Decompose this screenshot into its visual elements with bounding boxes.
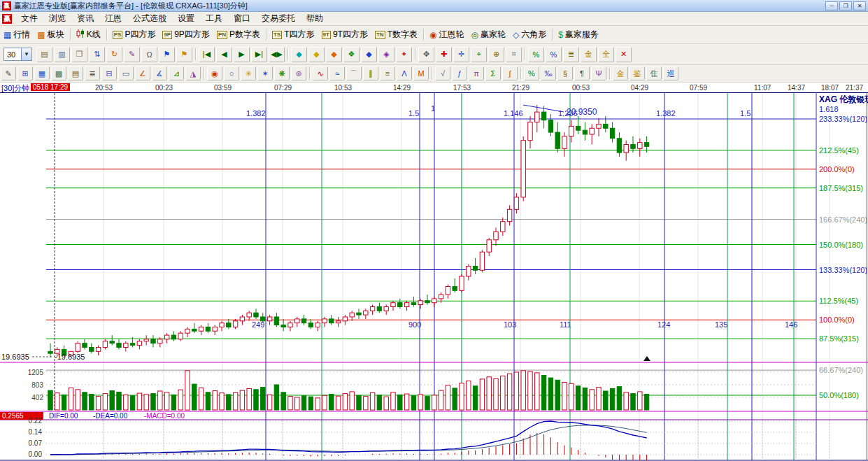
tool-section-button[interactable]: §	[557, 66, 573, 80]
tool-pen-button[interactable]: ✎	[1, 66, 16, 80]
toolbar-p-number-table-button[interactable]: PNP数字表	[213, 27, 264, 42]
tool-percent-blue-button[interactable]: %	[546, 47, 562, 62]
tool-hlines-button[interactable]: ≡	[380, 66, 395, 80]
tool-refresh-button[interactable]: ↻	[106, 47, 122, 62]
tool-sort-updown-button[interactable]: ⇅	[89, 47, 105, 62]
tool-sigma-button[interactable]: Σ	[485, 66, 501, 80]
tool-pencil-button[interactable]: ✎	[124, 47, 140, 62]
tool-psi-button[interactable]: Ψ	[591, 66, 606, 80]
tool-copy-button[interactable]: ❐	[71, 47, 87, 62]
menu-window[interactable]: 窗口	[228, 11, 256, 26]
menu-file[interactable]: 文件	[15, 11, 43, 26]
tool-lambda-button[interactable]: Λ	[397, 66, 412, 80]
chevron-down-icon[interactable]: ▼	[21, 48, 31, 60]
tool-grid-2-button[interactable]: ⊞	[17, 66, 33, 80]
tool-flag-blue-button[interactable]: ⚑	[159, 47, 175, 62]
toolbar-t-number-table-button[interactable]: TNT数字表	[371, 27, 421, 42]
menu-help[interactable]: 帮助	[301, 11, 329, 26]
tool-fx-button[interactable]: ƒ	[452, 66, 467, 80]
toolbar-9t-square-button[interactable]: 9T9T四方形	[318, 27, 371, 42]
tool-board-button[interactable]: ▤	[36, 47, 52, 62]
toolbar-9p-square-button[interactable]: 9P9P四方形	[159, 27, 213, 42]
tool-table-button[interactable]: ▤	[68, 66, 83, 80]
tool-diamond-cyan-button[interactable]: ◆	[291, 47, 307, 62]
tool-nav-first-button[interactable]: |◀	[199, 47, 215, 62]
toolbar-gann-wheel-button[interactable]: ◉江恩轮	[426, 27, 467, 42]
tool-para-button[interactable]: ¶	[574, 66, 590, 80]
tool-steps-button[interactable]: ⊟	[101, 66, 117, 80]
toolbar-quote-button[interactable]: ▦行情	[0, 27, 34, 42]
tool-wheel-button[interactable]: ◉	[207, 66, 222, 80]
toolbar-p-square-button[interactable]: PSP四方形	[109, 27, 159, 42]
tool-target-button[interactable]: ⌖	[471, 47, 487, 62]
chart-area[interactable]: 233.33%(120)212.5%(45)200.0%(0)187.5%(31…	[0, 92, 868, 461]
toolbar-winner-wheel-button[interactable]: ◎赢家轮	[467, 27, 508, 42]
tool-arc-button[interactable]: ⌒	[346, 66, 362, 80]
tool-wave2-button[interactable]: ≈	[329, 66, 345, 80]
toolbar-hexagon-button[interactable]: ◇六角形	[509, 27, 550, 42]
tool-fan-button[interactable]: ◮	[185, 66, 201, 80]
chart-canvas[interactable]: 233.33%(120)212.5%(45)200.0%(0)187.5%(31…	[0, 92, 868, 461]
tool-gold-all-button[interactable]: 全	[598, 47, 614, 62]
tool-percent-button[interactable]: %	[524, 66, 539, 80]
tool-layout-button[interactable]: ▥	[54, 47, 70, 62]
tool-spiral-button[interactable]: ⊛	[291, 66, 306, 80]
tool-diamond-blue-button[interactable]: ◆	[361, 47, 377, 62]
menu-tools[interactable]: 工具	[200, 11, 228, 26]
tool-gold-button[interactable]: 金	[581, 47, 597, 62]
tool-star6-button[interactable]: ✶	[257, 66, 273, 80]
menu-formula-pick[interactable]: 公式选股	[127, 11, 172, 26]
tool-ruler-button[interactable]: ⌗	[506, 47, 522, 62]
tool-sun-button[interactable]: ✳	[241, 66, 256, 80]
tool-gold-rule-button[interactable]: 金	[613, 66, 628, 80]
toolbar-sectors-button[interactable]: ▩板块	[34, 27, 67, 42]
tool-diamond-purple-button[interactable]: ◈	[378, 47, 394, 62]
tool-anchor-button[interactable]: ⊕	[488, 47, 504, 62]
tool-angle-1-button[interactable]: ∠	[135, 66, 150, 80]
tool-omega-button[interactable]: Ω	[141, 47, 157, 62]
tool-nav-fit-button[interactable]: ◀▶	[269, 47, 285, 62]
tool-integral-button[interactable]: ∫	[502, 66, 518, 80]
toolbar-t-square-button[interactable]: TST四方形	[269, 27, 318, 42]
tool-angle-2-button[interactable]: ∡	[152, 66, 167, 80]
menu-gann[interactable]: 江恩	[99, 11, 127, 26]
tool-em-wave-button[interactable]: M	[413, 66, 429, 80]
tool-circle-button[interactable]: ○	[224, 66, 239, 80]
menu-settings[interactable]: 设置	[172, 11, 200, 26]
tool-root-button[interactable]: √	[435, 66, 450, 80]
period-select[interactable]: 30 ▼	[3, 48, 32, 61]
tool-levels-button[interactable]: ≣	[563, 47, 579, 62]
tool-hand-button[interactable]: ✥	[418, 47, 434, 62]
tool-pi-button[interactable]: π	[469, 66, 484, 80]
tool-patrol-button[interactable]: 巡	[663, 66, 678, 80]
tool-cross-blue-button[interactable]: ✛	[453, 47, 469, 62]
tool-nav-next-button[interactable]: ▶	[234, 47, 250, 62]
tool-bird-button[interactable]: 隹	[646, 66, 662, 80]
tool-permille-button[interactable]: ‰	[541, 66, 556, 80]
tool-nav-last-button[interactable]: ▶|	[251, 47, 267, 62]
minimize-button[interactable]: ─	[825, 1, 838, 10]
tool-diamond-green-button[interactable]: ❖	[343, 47, 360, 62]
menu-browse[interactable]: 浏览	[43, 11, 71, 26]
tool-mirror-button[interactable]: 鉴	[629, 66, 645, 80]
tool-percent-green-button[interactable]: %	[528, 47, 544, 62]
tool-grid-fill-button[interactable]: ▩	[51, 66, 66, 80]
tool-cross-red-button[interactable]: ✚	[436, 47, 452, 62]
tool-flag-gold-button[interactable]: ⚑	[176, 47, 192, 62]
menu-trade[interactable]: 交易委托	[256, 11, 301, 26]
tool-grid-9-button[interactable]: ▦	[34, 66, 50, 80]
tool-star-red-button[interactable]: ✦	[396, 47, 412, 62]
tool-nav-prev-button[interactable]: ◀	[216, 47, 232, 62]
tool-diamond-orange-button[interactable]: ◆	[326, 47, 342, 62]
toolbar-winner-service-button[interactable]: $赢家服务	[555, 27, 602, 42]
maximize-button[interactable]: ❐	[839, 1, 852, 10]
tool-diamond-yellow-button[interactable]: ◆	[308, 47, 325, 62]
tool-flower-button[interactable]: ❋	[274, 66, 290, 80]
menu-news[interactable]: 资讯	[71, 11, 99, 26]
close-button[interactable]: ✕	[853, 1, 866, 10]
tool-triangle-button[interactable]: ⊿	[169, 66, 184, 80]
tool-ladder-button[interactable]: ≣	[85, 66, 100, 80]
tool-box-button[interactable]: ▭	[118, 66, 134, 80]
tool-close-panel-button[interactable]: ✕	[616, 47, 632, 62]
toolbar-kline-button[interactable]: K线	[73, 27, 104, 42]
